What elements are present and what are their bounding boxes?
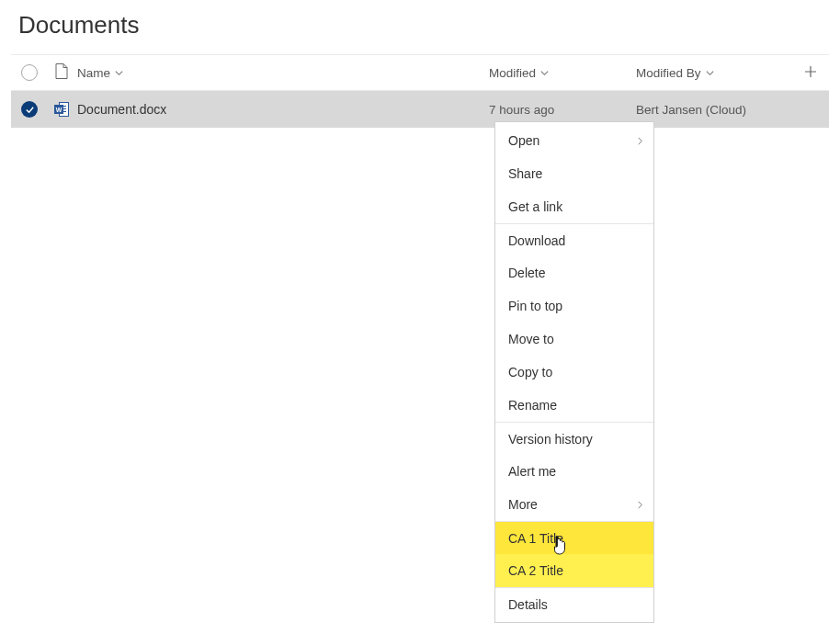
row-modified-by-text: Bert Jansen (Cloud) bbox=[636, 103, 746, 117]
document-list: Name Modified Modified By bbox=[0, 54, 840, 128]
context-menu-item[interactable]: More bbox=[495, 488, 653, 521]
context-menu-item[interactable]: Alert me bbox=[495, 455, 653, 488]
context-menu-item-label: Open bbox=[508, 133, 539, 148]
context-menu-item-label: Delete bbox=[508, 266, 545, 280]
column-header-row: Name Modified Modified By bbox=[11, 54, 829, 91]
context-menu-item-label: Pin to top bbox=[508, 299, 562, 313]
context-menu-item[interactable]: Move to bbox=[495, 323, 653, 356]
context-menu-item[interactable]: Pin to top bbox=[495, 289, 653, 323]
select-all-column[interactable] bbox=[11, 64, 48, 81]
modified-by-column-header[interactable]: Modified By bbox=[636, 66, 792, 80]
select-all-circle-icon bbox=[21, 64, 38, 81]
context-menu-item[interactable]: Version history bbox=[495, 422, 653, 455]
context-menu-item[interactable]: Copy to bbox=[495, 356, 653, 389]
context-menu-item-label: CA 2 Title bbox=[508, 563, 563, 578]
context-menu-item-label: Copy to bbox=[508, 365, 552, 379]
context-menu-item[interactable]: Open bbox=[495, 124, 653, 157]
context-menu-item[interactable]: CA 2 Title bbox=[495, 554, 653, 587]
name-column-header[interactable]: Name bbox=[75, 66, 489, 80]
context-menu-item-label: Share bbox=[508, 166, 542, 181]
checkmark-circle-icon bbox=[21, 101, 38, 118]
type-column-header[interactable] bbox=[48, 63, 75, 82]
chevron-down-icon bbox=[705, 68, 715, 78]
context-menu-item[interactable]: Download bbox=[495, 223, 653, 256]
context-menu-item-label: Rename bbox=[508, 398, 557, 413]
row-modified: 7 hours ago bbox=[489, 103, 636, 117]
modified-by-column-label: Modified By bbox=[636, 66, 701, 80]
plus-icon bbox=[804, 65, 817, 81]
row-name-text: Document.docx bbox=[77, 102, 166, 117]
context-menu-item-label: Download bbox=[508, 233, 565, 248]
context-menu-item-label: Move to bbox=[508, 332, 554, 346]
row-modified-by: Bert Jansen (Cloud) bbox=[636, 103, 792, 117]
context-menu-item-label: CA 1 Title bbox=[508, 531, 563, 546]
modified-column-label: Modified bbox=[489, 66, 536, 80]
row-modified-text: 7 hours ago bbox=[489, 103, 554, 117]
context-menu-item[interactable]: Rename bbox=[495, 389, 653, 422]
chevron-right-icon bbox=[636, 133, 644, 148]
context-menu-item[interactable]: Share bbox=[495, 157, 653, 190]
row-file-icon: W bbox=[48, 102, 75, 117]
row-name[interactable]: Document.docx bbox=[75, 102, 489, 117]
context-menu-item[interactable]: Get a link bbox=[495, 190, 653, 223]
page-title: Documents bbox=[0, 0, 840, 54]
context-menu: OpenShareGet a linkDownloadDeletePin to … bbox=[494, 121, 654, 623]
context-menu-item[interactable]: Delete bbox=[495, 256, 653, 289]
context-menu-item-label: Get a link bbox=[508, 199, 562, 214]
context-menu-item-label: Details bbox=[508, 597, 548, 612]
chevron-down-icon bbox=[114, 68, 124, 78]
context-menu-item[interactable]: CA 1 Title bbox=[495, 521, 653, 554]
context-menu-item-label: Version history bbox=[508, 432, 593, 447]
context-menu-item-label: Alert me bbox=[508, 464, 556, 479]
context-menu-item-label: More bbox=[508, 497, 538, 512]
name-column-label: Name bbox=[77, 66, 110, 80]
table-row[interactable]: W Document.docx 7 hours ago Bert Jansen … bbox=[11, 91, 829, 128]
context-menu-item[interactable]: Details bbox=[495, 587, 653, 620]
add-column-button[interactable] bbox=[792, 65, 829, 81]
file-icon bbox=[55, 63, 68, 82]
chevron-down-icon bbox=[539, 68, 550, 78]
modified-column-header[interactable]: Modified bbox=[489, 66, 636, 80]
chevron-right-icon bbox=[636, 497, 644, 512]
word-document-icon: W bbox=[54, 102, 69, 117]
row-select[interactable] bbox=[11, 101, 48, 118]
